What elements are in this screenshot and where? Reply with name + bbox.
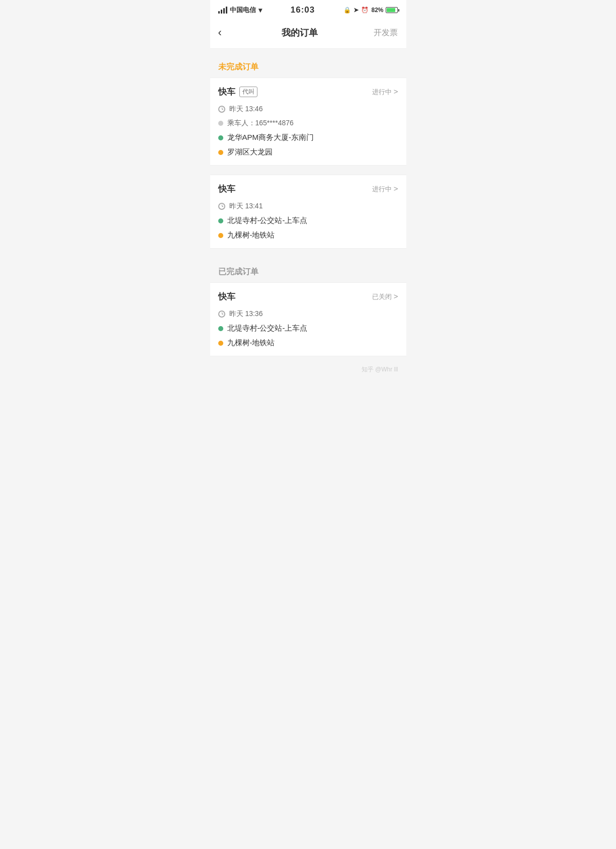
- complete-section-label: 已完成订单: [210, 258, 406, 282]
- order-to-1: 罗湖区大龙园: [227, 147, 273, 157]
- order-time-row-3: 昨天 13:36: [218, 310, 398, 319]
- from-dot-3: [218, 326, 223, 331]
- battery-percent: 82%: [371, 7, 383, 14]
- order-status-1[interactable]: 进行中 >: [372, 87, 398, 97]
- order-header-left-2: 快车: [218, 183, 235, 195]
- order-from-row-2: 北堤寺村-公交站-上车点: [218, 216, 398, 225]
- order-header-3: 快车 已关闭 >: [218, 291, 398, 302]
- clock-icon-2: [218, 203, 225, 210]
- to-dot-3: [218, 341, 223, 346]
- order-from-2: 北堤寺村-公交站-上车点: [227, 216, 308, 225]
- status-right: 🔒 ➤ ⏰ 82%: [343, 7, 398, 14]
- order-time-2: 昨天 13:41: [229, 202, 263, 211]
- clock-icon-3: [218, 311, 225, 318]
- from-dot-1: [218, 135, 223, 140]
- order-type-3: 快车: [218, 291, 235, 302]
- order-type-2: 快车: [218, 183, 235, 195]
- order-to-2: 九棵树-地铁站: [227, 230, 275, 240]
- top-divider: [210, 49, 406, 53]
- location-icon: ➤: [354, 7, 359, 14]
- order-card-2: 快车 进行中 > 昨天 13:41 北堤寺村-公交站-上车点 九棵树-地铁站: [210, 175, 406, 249]
- order-from-3: 北堤寺村-公交站-上车点: [227, 324, 308, 333]
- passenger-dot-1: [218, 121, 223, 126]
- order-header-left-3: 快车: [218, 291, 235, 302]
- page-title: 我的订单: [282, 27, 318, 39]
- order-card-1: 快车 代叫 进行中 > 昨天 13:46 乘车人：165****4876 龙华A…: [210, 78, 406, 166]
- wifi-icon: ▾: [258, 6, 262, 14]
- order-status-2[interactable]: 进行中 >: [372, 184, 398, 194]
- status-bar: 中国电信 ▾ 16:03 🔒 ➤ ⏰ 82%: [210, 0, 406, 18]
- order-to-row-1: 罗湖区大龙园: [218, 147, 398, 157]
- carrier-label: 中国电信: [230, 6, 256, 15]
- order-passenger-1: 乘车人：165****4876: [227, 119, 294, 128]
- status-left: 中国电信 ▾: [218, 6, 262, 15]
- order-header-left-1: 快车 代叫: [218, 86, 257, 98]
- order-badge-1: 代叫: [239, 87, 257, 97]
- order-passenger-row-1: 乘车人：165****4876: [218, 119, 398, 128]
- incomplete-section-label: 未完成订单: [210, 53, 406, 78]
- mid-divider: [210, 171, 406, 175]
- order-from-row-1: 龙华APM商务大厦-东南门: [218, 133, 398, 142]
- order-status-3[interactable]: 已关闭 >: [372, 292, 398, 301]
- invoice-button[interactable]: 开发票: [374, 28, 398, 38]
- to-dot-2: [218, 233, 223, 238]
- battery-icon: [386, 7, 398, 13]
- clock-icon-1: [218, 106, 225, 113]
- order-card-3: 快车 已关闭 > 昨天 13:36 北堤寺村-公交站-上车点 九棵树-地铁站: [210, 282, 406, 356]
- status-time: 16:03: [291, 5, 315, 15]
- order-header-2: 快车 进行中 >: [218, 183, 398, 195]
- order-to-row-2: 九棵树-地铁站: [218, 230, 398, 240]
- section-divider-complete: [210, 254, 406, 258]
- order-header-1: 快车 代叫 进行中 >: [218, 86, 398, 98]
- to-dot-1: [218, 150, 223, 155]
- order-from-row-3: 北堤寺村-公交站-上车点: [218, 324, 398, 333]
- back-button[interactable]: ‹: [218, 24, 226, 41]
- from-dot-2: [218, 218, 223, 223]
- alarm-icon: ⏰: [361, 7, 369, 14]
- order-from-1: 龙华APM商务大厦-东南门: [227, 133, 314, 142]
- header: ‹ 我的订单 开发票: [210, 18, 406, 49]
- order-type-1: 快车: [218, 86, 235, 98]
- order-time-row-1: 昨天 13:46: [218, 105, 398, 114]
- order-to-row-3: 九棵树-地铁站: [218, 338, 398, 348]
- order-time-1: 昨天 13:46: [229, 105, 263, 114]
- order-time-row-2: 昨天 13:41: [218, 202, 398, 211]
- order-to-3: 九棵树-地铁站: [227, 338, 275, 348]
- watermark: 知乎 @Whr lll: [210, 361, 406, 378]
- lock-icon: 🔒: [343, 7, 351, 14]
- order-time-3: 昨天 13:36: [229, 310, 263, 319]
- signal-icon: [218, 7, 227, 14]
